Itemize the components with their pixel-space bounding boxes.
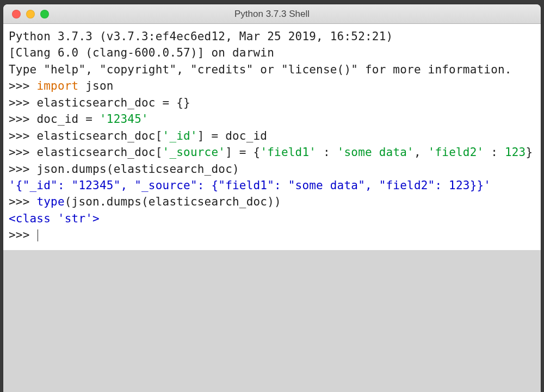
output: '{"_id": "12345", "_source": {"field1": … xyxy=(9,179,491,192)
zoom-icon[interactable] xyxy=(40,10,49,18)
cursor-icon xyxy=(38,229,38,241)
idle-window: Python 3.7.3 Shell Python 3.7.3 (v3.7.3:… xyxy=(3,4,541,392)
output: <class 'str'> xyxy=(9,212,100,225)
minimize-icon[interactable] xyxy=(26,10,35,18)
code: } xyxy=(526,146,533,159)
code: elasticsearch_doc[ xyxy=(36,129,162,142)
banner-line-1: Python 3.7.3 (v3.7.3:ef4ec6ed12, Mar 25 … xyxy=(9,30,400,43)
prompt: >>> xyxy=(9,129,36,142)
code: elasticsearch_doc[ xyxy=(36,146,162,159)
string-literal: '_id' xyxy=(163,129,197,142)
code: , xyxy=(414,146,428,159)
string-literal: '_source' xyxy=(163,146,226,159)
code: doc_id = xyxy=(36,113,100,126)
number-literal: 123 xyxy=(505,146,526,159)
prompt: >>> xyxy=(9,146,36,159)
prompt: >>> xyxy=(9,96,36,109)
banner-line-3: Type "help", "copyright", "credits" or "… xyxy=(9,63,512,76)
string-literal: '12345' xyxy=(100,113,149,126)
prompt: >>> xyxy=(9,195,36,208)
code: ] = doc_id xyxy=(197,129,267,142)
titlebar: Python 3.7.3 Shell xyxy=(3,4,541,24)
prompt: >>> xyxy=(9,79,36,92)
traffic-lights xyxy=(3,10,49,18)
code: elasticsearch_doc = {} xyxy=(36,96,190,109)
empty-area xyxy=(3,250,541,392)
string-literal: 'some data' xyxy=(337,146,414,159)
code: json.dumps(elasticsearch_doc) xyxy=(36,163,239,176)
code: ] = { xyxy=(225,146,260,159)
code: : xyxy=(484,146,505,159)
string-literal: 'field1' xyxy=(260,146,316,159)
string-literal: 'field2' xyxy=(428,146,484,159)
banner-line-2: [Clang 6.0 (clang-600.0.57)] on darwin xyxy=(9,46,274,59)
prompt: >>> xyxy=(9,163,36,176)
keyword-import: import xyxy=(36,79,78,92)
prompt: >>> xyxy=(9,113,36,126)
code: : xyxy=(316,146,337,159)
prompt: >>> xyxy=(9,228,36,241)
builtin-type: type xyxy=(36,195,64,208)
close-icon[interactable] xyxy=(12,10,21,18)
shell-content[interactable]: Python 3.7.3 (v3.7.3:ef4ec6ed12, Mar 25 … xyxy=(3,24,541,250)
code: json xyxy=(78,79,113,92)
code: (json.dumps(elasticsearch_doc)) xyxy=(65,195,281,208)
window-title: Python 3.7.3 Shell xyxy=(3,9,541,20)
